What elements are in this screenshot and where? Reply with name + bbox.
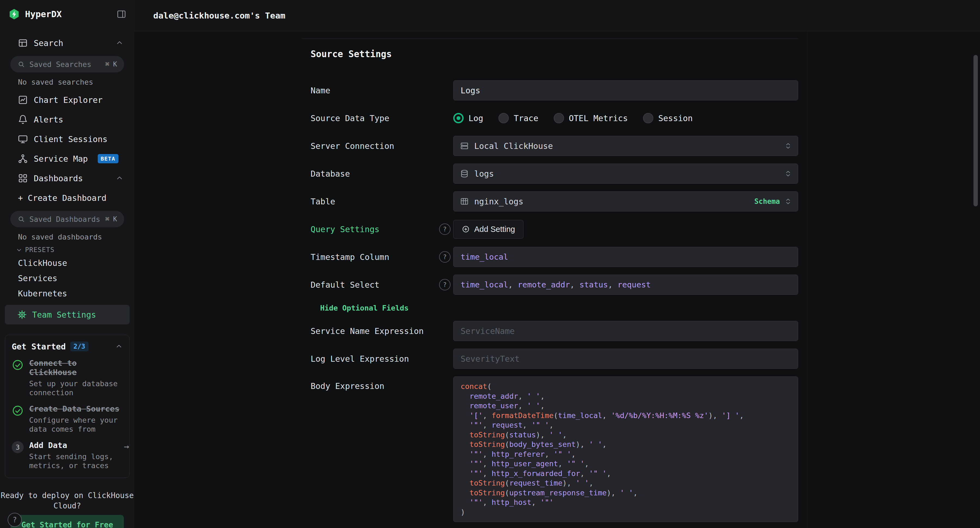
sidebar-item-label: Search <box>34 38 63 48</box>
radio-log[interactable]: Log <box>453 113 483 123</box>
table-label: Table <box>310 197 335 206</box>
table-select[interactable]: nginx_logs Schema <box>453 191 798 212</box>
chevron-up-icon[interactable] <box>115 343 123 350</box>
help-icon[interactable]: ? <box>439 251 450 262</box>
database-select[interactable]: logs <box>453 164 798 184</box>
arrow-right-icon[interactable]: → <box>124 441 129 470</box>
get-started-free-button[interactable]: Get Started for Free <box>11 515 124 528</box>
name-label: Name <box>310 86 330 95</box>
database-label: Database <box>310 169 350 178</box>
sidebar-item-label: Chart Explorer <box>34 95 103 105</box>
search-icon <box>18 60 25 68</box>
radio-trace[interactable]: Trace <box>498 113 538 123</box>
body-expression-editor[interactable]: concat( remote_addr, ' ', remote_user, '… <box>453 376 798 522</box>
bell-icon <box>18 115 28 124</box>
app-logo[interactable]: HyperDX <box>8 8 62 20</box>
step-title: Create Data Sources <box>29 404 119 413</box>
dashboards-grid-icon <box>18 173 28 183</box>
server-connection-label: Server Connection <box>310 141 394 151</box>
sidebar-item-alerts[interactable]: Alerts <box>0 110 134 129</box>
default-select-row: Default Select ? time_local, remote_addr… <box>302 275 798 295</box>
sidebar-item-dashboards[interactable]: Dashboards <box>0 169 134 188</box>
step-description: Configure where your data comes from <box>29 416 119 434</box>
schema-link[interactable]: Schema <box>754 197 780 205</box>
source-data-type-row: Source Data Type LogTraceOTEL MetricsSes… <box>302 108 798 128</box>
hide-optional-fields-link[interactable]: Hide Optional Fields <box>320 304 409 312</box>
radio-circle-icon[interactable] <box>453 113 464 123</box>
radio-circle-icon[interactable] <box>498 113 509 123</box>
sidebar-item-label: Dashboards <box>34 173 83 183</box>
sidebar-item-services[interactable]: Services <box>0 270 134 286</box>
add-setting-button[interactable]: Add Setting <box>453 220 523 239</box>
radio-circle-icon[interactable] <box>554 113 564 123</box>
table-row-field: Table nginx_logs Schema <box>302 191 798 212</box>
team-title: dale@clickhouse.com's Team <box>153 11 285 21</box>
table-icon <box>460 197 469 206</box>
get-started-step-2[interactable]: Create Data Sources Configure where your… <box>12 404 123 434</box>
body-expression-label: Body Expression <box>310 381 384 391</box>
sidebar-item-search[interactable]: Search <box>0 33 134 53</box>
select-chevrons-icon <box>784 197 792 206</box>
radio-label: Log <box>468 113 483 123</box>
default-select-input[interactable]: time_local, remote_addr, status, request <box>453 275 798 295</box>
add-setting-label: Add Setting <box>474 225 515 234</box>
chevron-up-icon[interactable] <box>115 39 124 47</box>
step-description: Start sending logs, metrics, or traces <box>29 452 119 470</box>
log-level-expression-input[interactable] <box>453 349 798 369</box>
database-value: logs <box>474 169 494 178</box>
body-expression-row: Body Expression concat( remote_addr, ' '… <box>302 376 798 522</box>
sidebar-item-label: Alerts <box>34 115 63 124</box>
topbar: dale@clickhouse.com's Team <box>134 0 980 31</box>
get-started-progress-badge: 2/3 <box>70 342 89 351</box>
radio-circle-icon[interactable] <box>643 113 653 123</box>
team-settings-label: Team Settings <box>32 310 96 320</box>
preset-label: ClickHouse <box>18 258 67 268</box>
timestamp-column-input[interactable]: time_local <box>453 247 798 267</box>
preset-label: Kubernetes <box>18 289 67 298</box>
beta-badge: BETA <box>98 154 118 163</box>
sidebar-item-clickhouse[interactable]: ClickHouse <box>0 255 134 270</box>
no-saved-searches-text: No saved searches <box>18 78 134 86</box>
chart-icon <box>18 95 28 105</box>
help-button[interactable]: ? <box>8 513 22 527</box>
sidebar-item-chart-explorer[interactable]: Chart Explorer <box>0 90 134 110</box>
radio-label: Trace <box>514 113 538 123</box>
step-description: Set up your database connection <box>29 379 119 397</box>
server-icon <box>460 142 469 150</box>
get-started-step-3[interactable]: 3 Add Data Start sending logs, metrics, … <box>12 441 123 470</box>
saved-searches-input[interactable]: Saved Searches ⌘ K <box>10 56 124 72</box>
server-connection-select[interactable]: Local ClickHouse <box>453 136 798 156</box>
sidebar-item-create-dashboard[interactable]: + Create Dashboard <box>0 188 134 208</box>
step-title: Connect to ClickHouse <box>29 358 77 377</box>
source-settings-form: Source Settings Name Source Data Type Lo… <box>302 39 798 528</box>
radio-session[interactable]: Session <box>643 113 692 123</box>
preset-label: Services <box>18 274 57 283</box>
scrollbar-thumb[interactable] <box>974 55 978 206</box>
select-chevrons-icon <box>784 142 792 150</box>
saved-dashboards-input[interactable]: Saved Dashboards ⌘ K <box>10 211 124 227</box>
sidebar-header: HyperDX <box>0 0 134 28</box>
create-dashboard-label: + Create Dashboard <box>18 193 107 203</box>
sidebar-item-team-settings[interactable]: Team Settings <box>5 305 130 324</box>
saved-searches-placeholder: Saved Searches <box>29 60 101 68</box>
sidebar-item-kubernetes[interactable]: Kubernetes <box>0 286 134 301</box>
no-saved-dashboards-text: No saved dashboards <box>18 233 134 241</box>
get-started-header[interactable]: Get Started 2/3 <box>12 342 123 351</box>
service-name-expression-label: Service Name Expression <box>310 326 423 336</box>
query-settings-label: Query Settings <box>310 224 379 234</box>
radio-otel-metrics[interactable]: OTEL Metrics <box>554 113 628 123</box>
search-icon <box>18 215 25 223</box>
sidebar-item-client-sessions[interactable]: Client Sessions <box>0 129 134 149</box>
name-row: Name <box>302 80 798 100</box>
select-chevrons-icon <box>784 169 792 178</box>
chevron-up-icon[interactable] <box>115 174 124 182</box>
help-icon[interactable]: ? <box>439 279 450 290</box>
name-input[interactable] <box>453 80 798 100</box>
collapse-sidebar-icon[interactable] <box>116 9 126 19</box>
presets-toggle[interactable]: PRESETS <box>16 246 134 254</box>
get-started-step-1[interactable]: Connect to ClickHouse Set up your databa… <box>12 358 123 397</box>
help-icon[interactable]: ? <box>439 223 450 235</box>
sidebar-item-service-map[interactable]: Service Map BETA <box>0 149 134 169</box>
service-name-expression-input[interactable] <box>453 321 798 341</box>
hide-optional-row: Hide Optional Fields <box>320 302 798 313</box>
